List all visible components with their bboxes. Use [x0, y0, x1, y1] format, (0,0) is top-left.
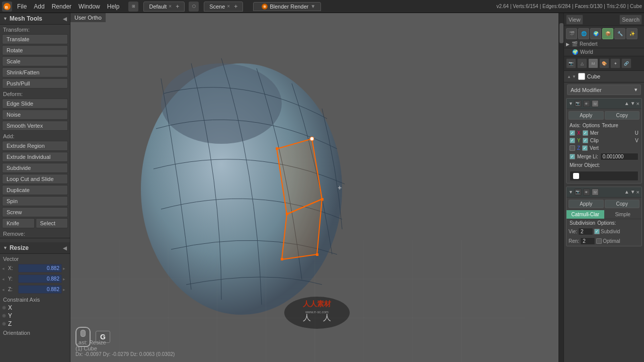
resize-section: ▼ Resize ◀ Vector ◂ X: 0.882 ▸ ◂ Y: 0.88…	[0, 238, 70, 339]
particle-icon-btn[interactable]: ✦	[610, 58, 620, 68]
mirror-cam-icon[interactable]: 📷	[575, 100, 582, 107]
texture-icon-btn[interactable]: 🎨	[599, 58, 609, 68]
mirror-x-check[interactable]	[570, 130, 575, 136]
menu-file[interactable]: File	[14, 2, 30, 11]
rotate-btn[interactable]: Rotate	[2, 45, 68, 55]
prop-tab-scene[interactable]: 🌐	[578, 28, 589, 39]
mirror-apply-btn[interactable]: Apply	[569, 111, 604, 120]
subd-vis-icon[interactable]: 👁	[583, 189, 590, 196]
up-arrow-icon[interactable]: ▲	[567, 74, 571, 79]
add-modifier-dropdown[interactable]: Add Modifier ▾	[567, 84, 641, 95]
render-expand[interactable]: ▶	[566, 42, 570, 47]
mesh-icon-btn[interactable]: △	[577, 58, 587, 68]
mirror-vert-check[interactable]	[582, 145, 588, 151]
scene-tab2-close[interactable]: ×	[227, 4, 230, 9]
extrude-individual-btn[interactable]: Extrude Individual	[2, 152, 68, 162]
subd-close-icon[interactable]: ×	[636, 189, 639, 195]
subd-apply-btn[interactable]: Apply	[569, 200, 604, 208]
mirror-collapse-icon[interactable]: ▼	[569, 101, 573, 106]
vec-z-right-arrow[interactable]: ▸	[63, 287, 68, 292]
material-icon-btn[interactable]: M	[588, 58, 598, 68]
subd-down-icon[interactable]: ▼	[630, 189, 635, 195]
resize-collapse-icon[interactable]: ◀	[63, 245, 67, 251]
menu-render[interactable]: Render	[49, 2, 74, 11]
vec-y-right-arrow[interactable]: ▸	[63, 277, 68, 282]
simple-tab[interactable]: Simple	[604, 210, 642, 219]
mirror-mod-icon[interactable]: M	[592, 100, 599, 107]
vec-x-field[interactable]: 0.882	[18, 264, 62, 273]
mirror-copy-btn[interactable]: Copy	[605, 111, 640, 120]
vec-z-field[interactable]: 0.882	[18, 285, 62, 294]
subd-collapse-icon[interactable]: ▼	[569, 190, 573, 195]
subd-up-icon[interactable]: ▲	[624, 189, 629, 195]
scene-tab2-add[interactable]: +	[234, 3, 237, 10]
menu-window[interactable]: Window	[75, 2, 103, 11]
mirror-object-field[interactable]	[570, 171, 638, 181]
select-btn[interactable]: Select	[36, 218, 68, 228]
mesh-tools-header[interactable]: ▼ Mesh Tools ◀	[0, 13, 70, 25]
menu-help[interactable]: Help	[104, 2, 123, 11]
resize-header[interactable]: ▼ Resize ◀	[0, 242, 70, 254]
down-arrow-icon[interactable]: ▼	[572, 74, 576, 79]
vec-y-left-arrow[interactable]: ◂	[2, 277, 7, 282]
prop-tab-render[interactable]: 🎬	[566, 28, 577, 39]
prop-tab-particles[interactable]: ✨	[626, 28, 637, 39]
noise-btn[interactable]: Noise	[2, 110, 68, 120]
link-icon-btn[interactable]: 🔗	[621, 58, 631, 68]
smooth-vertex-btn[interactable]: Smooth Vertex	[2, 121, 68, 131]
edge-slide-btn[interactable]: Edge Slide	[2, 99, 68, 109]
subd-render-val[interactable]: 2	[580, 237, 595, 245]
scene-tab-scene[interactable]: Scene × +	[204, 2, 243, 12]
catmull-tab[interactable]: Catmull-Clar	[567, 210, 604, 219]
mirror-mer-check[interactable]	[583, 130, 588, 136]
viewport-scrollbar[interactable]	[558, 13, 564, 362]
scene-tab-add[interactable]: +	[176, 3, 179, 10]
viewport[interactable]: User Ortho	[70, 13, 564, 362]
subd-copy-btn[interactable]: Copy	[605, 200, 640, 208]
duplicate-btn[interactable]: Duplicate	[2, 185, 68, 195]
scale-btn[interactable]: Scale	[2, 56, 68, 66]
constraint-x-dot[interactable]	[2, 306, 6, 310]
mirror-z-check[interactable]	[570, 145, 575, 151]
subdivide-btn[interactable]: Subdivide	[2, 163, 68, 173]
constraint-z-dot[interactable]	[2, 322, 6, 326]
menu-add[interactable]: Add	[31, 2, 47, 11]
scene-tab-default[interactable]: Default × +	[143, 2, 185, 12]
panel-collapse-icon[interactable]: ◀	[63, 16, 67, 22]
subd-cam-icon[interactable]: 📷	[575, 189, 582, 196]
scene-tab-close[interactable]: ×	[169, 4, 172, 9]
scrollbar-thumb[interactable]	[559, 23, 564, 43]
knife-btn[interactable]: Knife	[2, 218, 35, 228]
view-btn[interactable]: View	[566, 15, 583, 25]
mirror-close-icon[interactable]: ×	[636, 101, 639, 107]
vec-x-right-arrow[interactable]: ▸	[63, 266, 68, 271]
vec-z-left-arrow[interactable]: ◂	[2, 287, 7, 292]
mirror-up-icon[interactable]: ▲	[624, 101, 629, 107]
subd-view-val[interactable]: 2	[578, 228, 593, 235]
mirror-y-check[interactable]	[570, 138, 575, 143]
spin-btn[interactable]: Spin	[2, 196, 68, 206]
prop-tab-object[interactable]: 📦	[602, 28, 613, 39]
shrink-fatten-btn[interactable]: Shrink/Fatten	[2, 67, 68, 77]
mirror-clip-check[interactable]	[583, 138, 588, 143]
subd-mod-icon[interactable]: M	[592, 189, 599, 196]
render-engine-tab[interactable]: B Blender Render ▼	[253, 2, 321, 11]
subd-optimal-check[interactable]	[596, 238, 602, 244]
vec-x-left-arrow[interactable]: ◂	[2, 266, 7, 271]
translate-btn[interactable]: Translate	[2, 34, 68, 44]
subd-subdivid-check[interactable]	[594, 229, 600, 234]
extrude-region-btn[interactable]: Extrude Region	[2, 141, 68, 151]
mirror-merge-check[interactable]	[570, 154, 575, 159]
push-pull-btn[interactable]: Push/Pull	[2, 78, 68, 88]
camera-icon-btn[interactable]: 📷	[566, 58, 576, 68]
mirror-merge-val[interactable]: 0.001000	[600, 153, 638, 160]
loop-cut-slide-btn[interactable]: Loop Cut and Slide	[2, 174, 68, 184]
screw-btn[interactable]: Screw	[2, 207, 68, 217]
constraint-y-dot[interactable]	[2, 314, 6, 318]
prop-tab-modifier[interactable]: 🔧	[614, 28, 625, 39]
search-btn[interactable]: Search	[619, 15, 642, 25]
mirror-down-icon[interactable]: ▼	[630, 101, 635, 107]
mirror-vis-icon[interactable]: 👁	[583, 100, 590, 107]
prop-tab-world[interactable]: 🌍	[590, 28, 601, 39]
vec-y-field[interactable]: 0.882	[18, 275, 62, 283]
